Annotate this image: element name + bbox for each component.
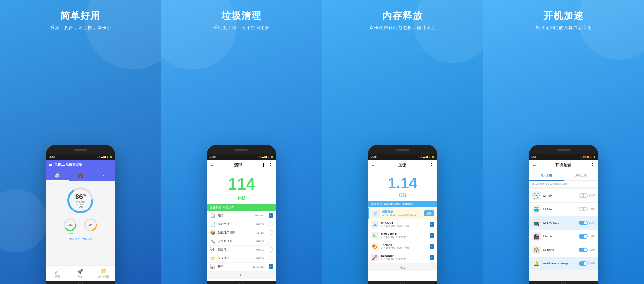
speed-item-recorder[interactable]: 🎤 Recorder 内存:4.50 MB 电量:0.40% <box>368 252 437 263</box>
big-number-3: 1.14 <box>368 171 437 192</box>
nav-files[interactable]: 📁 文件管理器 <box>92 268 115 278</box>
bottom-nav-1: 🧹 清理 🚀 加速 📁 文件管理器 <box>46 265 115 281</box>
phone-top-2 <box>207 145 276 154</box>
process-check[interactable] <box>269 264 273 269</box>
boost-btn[interactable]: 启用 <box>424 210 434 216</box>
mihome-toggle[interactable] <box>579 248 588 252</box>
speed-item-micloud[interactable]: ☁ Mi Cloud 内存:11.01 MB 电量:0.41% <box>368 219 437 230</box>
home-button-2[interactable] <box>238 282 245 284</box>
app-header-3: ← 加速 ⋮ <box>368 160 437 171</box>
cache-check[interactable] <box>269 213 273 218</box>
speed-item-boost: ⚡ 超级加速 激活超级加速，加速效果可提升2倍 启用 <box>368 208 437 219</box>
meipai-toggle[interactable] <box>579 234 588 239</box>
notif-toggle[interactable] <box>579 261 588 266</box>
mms-check[interactable] <box>430 233 434 238</box>
more-icon-3[interactable]: ⋮ <box>429 162 434 168</box>
back-arrow-2[interactable]: ← <box>210 163 214 168</box>
home-button-4[interactable] <box>560 282 567 284</box>
files-icon: 📁 <box>101 268 107 274</box>
clean-item-uninstall[interactable]: 📦 卸载残留清理 7.15 MB <box>207 228 276 237</box>
empty-check[interactable] <box>269 256 273 260</box>
process-name: 进程 <box>218 265 250 269</box>
notif-name: Notification Manager <box>543 262 576 265</box>
app-header-1: ☰ 全能工具箱专业版 <box>46 160 115 169</box>
cpu-label: CPU <box>88 233 93 235</box>
home-button-1[interactable] <box>77 282 84 284</box>
status-icons-4: ···◯◎📶⚡🔋 <box>579 156 596 158</box>
hamburger-icon[interactable]: ☰ <box>49 163 52 167</box>
thumb-check[interactable] <box>269 247 273 252</box>
uninstall-check[interactable] <box>269 230 273 235</box>
stop-btn-2[interactable]: 停止 <box>207 271 276 279</box>
status-bar-3: 14:25 ···◯◎☁📶⚡🔋 <box>368 154 437 160</box>
header-icons-4: ⋮ <box>590 162 595 168</box>
screen-title-2: 清理 <box>234 163 242 168</box>
panel-4: 开机加速 禁用无用的的开机自启应用 14:30 ···◯◎📶⚡🔋 ← 开机加速 … <box>483 0 644 284</box>
rom-gauge: 63% <box>63 218 77 232</box>
clean-item-apk[interactable]: 🔧 安装包清理 0.00 B <box>207 237 276 246</box>
speed-item-themes[interactable]: 🎨 Themes 内存:10.67 MB 电量:0.40% <box>368 241 437 252</box>
rom-text: 63% <box>68 223 73 227</box>
home-button-3[interactable] <box>399 282 406 284</box>
tab-bag[interactable]: 💼 <box>69 169 92 181</box>
apk-check[interactable] <box>269 239 273 243</box>
mitalk-toggle[interactable] <box>579 193 588 198</box>
boot-item-meipai[interactable]: 🎬 Meipai 已启用 <box>529 230 598 243</box>
nav-speed[interactable]: 🚀 加速 <box>69 268 92 278</box>
tab-user-apps[interactable]: 用户应用 <box>529 171 564 181</box>
clean-item-thumb[interactable]: 🖼 缩略图 0.00 B <box>207 246 276 254</box>
clean-item-cache[interactable]: 📋 缓存 102 MB <box>207 211 276 220</box>
clean-item-temp[interactable]: 📄 临时文件 0.00 B <box>207 220 276 228</box>
milive-name: Mi Live BaA <box>543 221 576 224</box>
mitalk-icon: 💬 <box>532 191 541 200</box>
boot-item-notif[interactable]: 🔔 Notification Manager 已启用 <box>529 257 598 270</box>
big-unit-2: MB <box>207 195 276 201</box>
clean-icon: 🧹 <box>54 268 61 274</box>
milife-toggle-wrap: 已禁用 <box>579 207 595 211</box>
nav-clean[interactable]: 🧹 清理 <box>46 268 69 278</box>
phone-4: 14:30 ···◯◎📶⚡🔋 ← 开机加速 ⋮ 用户应用 系统软件 请点击右边按… <box>529 145 598 284</box>
tab-more[interactable]: ··· <box>92 169 115 181</box>
boot-item-milive[interactable]: 📺 Mi Live BaA 已启用 <box>529 216 598 230</box>
more-icon-2[interactable]: ⋮ <box>268 162 273 168</box>
speed-item-mms[interactable]: ✉ MmsService 内存:1.44 MB 电量:0.40% <box>368 230 437 241</box>
time-2: 14:25 <box>209 156 216 158</box>
milive-toggle[interactable] <box>579 221 588 225</box>
micloud-detail: 内存:11.01 MB 电量:0.41% <box>381 224 427 228</box>
boot-item-mitalk[interactable]: 💬 Mi Talk 已禁用 <box>529 189 598 203</box>
speaker-3 <box>396 149 409 151</box>
recorder-check[interactable] <box>430 255 434 260</box>
phone-top-3 <box>368 145 437 154</box>
temp-icon: 📄 <box>210 222 216 227</box>
back-arrow-4[interactable]: ← <box>532 163 537 168</box>
temp-check[interactable] <box>269 222 273 226</box>
phone-3: 14:25 ···◯◎☁📶⚡🔋 ← 加速 ⋮ 1.14 GB 正在扫描: Sys… <box>368 145 437 284</box>
clean-item-process[interactable]: 📊 进程 11.11 MB <box>207 263 276 271</box>
themes-info: Themes 内存:10.67 MB 电量:0.40% <box>381 243 427 250</box>
milife-toggle[interactable] <box>579 207 588 211</box>
boot-item-milife[interactable]: 🌐 Mi Life 已禁用 <box>529 203 598 216</box>
tab-home[interactable]: 🏠 <box>46 169 69 181</box>
main-gauge: 86% 2.36GB / 2.74GB RAM <box>66 186 95 215</box>
empty-size: 0.00 B <box>256 257 264 260</box>
status-bar-2: 14:25 ···◯◎☁📶⚡🔋 <box>207 154 276 160</box>
clean-label-1: 累计清理: 749 MB <box>69 237 92 241</box>
clean-item-empty[interactable]: 📁 空文件夹 0.00 B <box>207 254 276 263</box>
screen-3: ← 加速 ⋮ 1.14 GB 正在扫描: SystemBaseFunctions… <box>368 160 437 281</box>
more-icon-4[interactable]: ⋮ <box>590 162 595 168</box>
big-number-2: 114 <box>207 171 276 195</box>
boot-item-mihome[interactable]: 🏠 Mi Home 已启用 <box>529 243 598 257</box>
screen-title-4: 开机加速 <box>555 163 571 168</box>
themes-check[interactable] <box>430 244 434 249</box>
phone-top-4 <box>529 145 598 154</box>
temp-name: 临时文件 <box>218 222 254 226</box>
stop-btn-3[interactable]: 停止 <box>368 263 437 271</box>
tab-system-apps[interactable]: 系统软件 <box>564 171 598 180</box>
mms-icon: ✉ <box>371 232 379 239</box>
themes-detail: 内存:10.67 MB 电量:0.40% <box>381 246 427 250</box>
clean-list: 📋 缓存 102 MB 📄 临时文件 0.00 B 📦 卸载残留清理 7.15 … <box>207 211 276 271</box>
phone-top-1 <box>46 145 115 154</box>
upload-icon[interactable]: ⬆ <box>261 162 265 168</box>
micloud-check[interactable] <box>430 222 434 227</box>
back-arrow-3[interactable]: ← <box>371 163 375 168</box>
